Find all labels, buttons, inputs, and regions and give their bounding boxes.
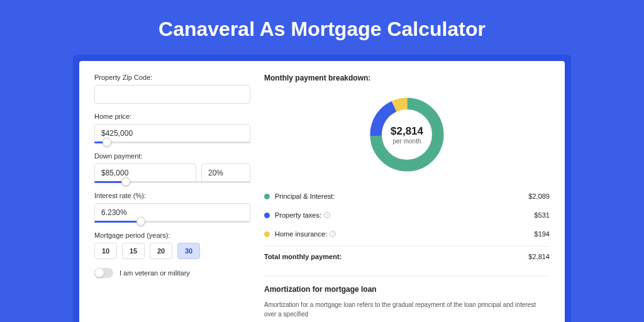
down-payment-pct-input[interactable] (201, 164, 250, 182)
donut-chart-wrap: $2,814 per month (264, 89, 550, 187)
donut-sublabel: per month (392, 138, 421, 145)
down-payment-slider[interactable] (94, 181, 250, 183)
info-icon[interactable]: ? (324, 212, 330, 218)
calculator-card: Property Zip Code: Home price: Down paym… (79, 61, 565, 322)
legend-label-principal: Principal & Interest: (275, 192, 528, 200)
breakdown-title: Monthly payment breakdown: (264, 74, 550, 82)
down-payment-slider-thumb[interactable] (121, 177, 130, 186)
breakdown-column: Monthly payment breakdown: $2,814 per mo… (264, 74, 550, 319)
legend-value-taxes: $531 (535, 211, 550, 219)
veteran-toggle-knob (95, 269, 104, 277)
amortization-title: Amortization for mortgage loan (264, 285, 550, 294)
interest-slider-thumb[interactable] (136, 217, 145, 226)
period-field-group: Mortgage period (years): 10 15 20 30 (94, 231, 250, 259)
down-payment-input[interactable] (94, 164, 196, 182)
legend-text-principal: Principal & Interest: (275, 192, 335, 200)
calculator-frame: Property Zip Code: Home price: Down paym… (73, 55, 571, 322)
donut-center: $2,814 per month (366, 94, 448, 175)
amortization-text: Amortization for a mortgage loan refers … (264, 300, 550, 319)
veteran-label: I am veteran or military (119, 269, 190, 277)
legend-label-insurance: Home insurance: ? (275, 230, 535, 238)
interest-input[interactable] (94, 203, 250, 222)
total-value: $2,814 (528, 253, 550, 260)
legend-row-taxes: Property taxes: ? $531 (264, 206, 550, 225)
period-label: Mortgage period (years): (94, 231, 250, 239)
legend-row-insurance: Home insurance: ? $194 (264, 225, 550, 243)
legend-text-insurance: Home insurance: (275, 230, 327, 238)
home-price-input[interactable] (94, 124, 250, 143)
legend-text-taxes: Property taxes: (275, 211, 321, 219)
period-btn-15[interactable]: 15 (122, 243, 145, 259)
donut-chart: $2,814 per month (366, 94, 448, 175)
legend-value-principal: $2,089 (528, 192, 550, 200)
legend-dot-insurance (264, 231, 270, 237)
period-btn-10[interactable]: 10 (94, 243, 117, 259)
page-title: Canaveral As Mortgage Calculator (0, 0, 644, 55)
home-price-slider[interactable] (94, 142, 250, 143)
down-payment-label: Down payment: (94, 152, 250, 160)
veteran-toggle[interactable] (94, 268, 113, 278)
amortization-section: Amortization for mortgage loan Amortizat… (264, 275, 550, 319)
period-options: 10 15 20 30 (94, 243, 250, 259)
legend-dot-principal (264, 194, 270, 199)
zip-field-group: Property Zip Code: (94, 74, 250, 104)
legend-value-insurance: $194 (535, 230, 550, 238)
donut-amount: $2,814 (391, 125, 423, 138)
interest-slider[interactable] (94, 221, 250, 223)
info-icon[interactable]: ? (330, 231, 336, 237)
home-price-label: Home price: (94, 113, 250, 120)
veteran-toggle-row: I am veteran or military (94, 268, 250, 278)
legend-dot-taxes (264, 213, 270, 218)
total-row: Total monthly payment: $2,814 (264, 246, 550, 267)
total-label: Total monthly payment: (264, 253, 528, 260)
home-price-field-group: Home price: (94, 113, 250, 143)
period-btn-30[interactable]: 30 (177, 243, 200, 259)
input-column: Property Zip Code: Home price: Down paym… (94, 74, 250, 319)
zip-input[interactable] (94, 85, 250, 104)
interest-label: Interest rate (%): (94, 192, 250, 199)
interest-field-group: Interest rate (%): (94, 192, 250, 223)
down-payment-field-group: Down payment: (94, 152, 250, 183)
legend-row-principal: Principal & Interest: $2,089 (264, 187, 550, 206)
legend-label-taxes: Property taxes: ? (275, 211, 535, 219)
home-price-slider-thumb[interactable] (103, 138, 111, 147)
period-btn-20[interactable]: 20 (150, 243, 172, 259)
zip-label: Property Zip Code: (94, 74, 250, 81)
